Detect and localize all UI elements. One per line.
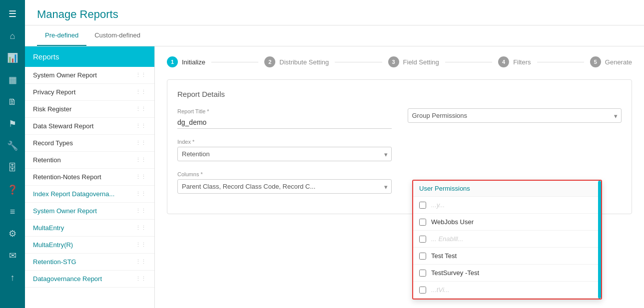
step-circle-4: 4 — [498, 56, 509, 67]
flag-icon[interactable]: ⚑ — [2, 114, 22, 134]
step-label-5: Generate — [605, 58, 632, 66]
drag-handle-icon: ⋮⋮ — [135, 276, 146, 282]
step-circle-2: 2 — [264, 56, 275, 67]
tab-predefined[interactable]: Pre-defined — [37, 25, 86, 46]
step-label-4: Filters — [513, 58, 531, 66]
right-panel: 1 Initialize 2 Distribute Setting 3 Fiel… — [155, 46, 644, 308]
left-panel: Reports System Owner Report ⋮⋮ Privacy R… — [25, 46, 155, 308]
index-label: Index * — [177, 139, 392, 145]
dropdown-item-checkbox[interactable] — [419, 270, 426, 277]
tools-icon[interactable]: 🔧 — [2, 136, 22, 156]
dropdown-item[interactable]: TestSurvey -Test — [413, 265, 601, 282]
group-permissions-select-wrap: Group Permissions ▾ — [408, 108, 622, 123]
index-select[interactable]: Retention — [177, 147, 392, 161]
columns-select-wrap: Parent Class, Record Class Code, Record … — [177, 179, 392, 194]
user-permissions-header: User Permissions — [413, 181, 601, 197]
drag-handle-icon: ⋮⋮ — [135, 208, 146, 214]
drag-handle-icon: ⋮⋮ — [135, 89, 146, 95]
step-circle-1: 1 — [167, 56, 178, 67]
mail-icon[interactable]: ✉ — [2, 246, 22, 266]
database-icon[interactable]: 🗄 — [2, 158, 22, 178]
list-item[interactable]: Risk Register ⋮⋮ — [25, 101, 154, 118]
drag-handle-icon: ⋮⋮ — [135, 72, 146, 78]
document-icon[interactable]: 🗎 — [2, 92, 22, 112]
settings-icon[interactable]: ⚙ — [2, 224, 22, 244]
wizard-step-1: 1 Initialize — [167, 56, 205, 67]
drag-handle-icon: ⋮⋮ — [135, 191, 146, 197]
report-title-input[interactable] — [177, 116, 392, 129]
dropdown-item-checkbox[interactable] — [419, 253, 426, 260]
drag-handle-icon: ⋮⋮ — [135, 225, 146, 231]
group-permissions-group: Group Permissions ▾ — [408, 108, 622, 123]
wizard-line-4 — [537, 62, 584, 62]
dropdown-item[interactable]: WebJobs User — [413, 214, 601, 231]
main-area: Manage Reports Pre-defined Custom-define… — [25, 0, 644, 308]
drag-handle-icon: ⋮⋮ — [135, 174, 146, 180]
content-area: Reports System Owner Report ⋮⋮ Privacy R… — [25, 46, 644, 308]
list-item[interactable]: Datagovernance Report ⋮⋮ — [25, 271, 154, 288]
user-permissions-dropdown: User Permissions ...y... WebJobs User ..… — [412, 180, 602, 300]
dropdown-item-checkbox[interactable] — [419, 236, 426, 243]
wizard-step-4: 4 Filters — [498, 56, 531, 67]
dropdown-item[interactable]: ... Enablll... — [413, 231, 601, 248]
home-icon[interactable]: ⌂ — [2, 26, 22, 46]
scrollbar[interactable] — [598, 181, 601, 299]
report-title-label: Report Title * — [177, 108, 392, 114]
step-label-1: Initialize — [182, 58, 205, 66]
wizard-steps: 1 Initialize 2 Distribute Setting 3 Fiel… — [167, 56, 632, 67]
drag-handle-icon: ⋮⋮ — [135, 140, 146, 146]
drag-handle-icon: ⋮⋮ — [135, 259, 146, 265]
wizard-step-2: 2 Distribute Setting — [264, 56, 329, 67]
dropdown-item-checkbox[interactable] — [419, 287, 426, 294]
dropdown-item[interactable]: Test Test — [413, 248, 601, 265]
drag-handle-icon: ⋮⋮ — [135, 157, 146, 163]
list-item[interactable]: Retention-STG ⋮⋮ — [25, 254, 154, 271]
columns-label: Columns * — [177, 171, 392, 177]
list-item[interactable]: Data Steward Report ⋮⋮ — [25, 118, 154, 135]
wizard-line-3 — [445, 62, 492, 62]
list-item[interactable]: Privacy Report ⋮⋮ — [25, 84, 154, 101]
report-details-card: Report Details Report Title * Group Perm… — [167, 79, 632, 214]
drag-handle-icon: ⋮⋮ — [135, 242, 146, 248]
wizard-step-5: 5 Generate — [590, 56, 632, 67]
list-item[interactable]: Retention-Notes Report ⋮⋮ — [25, 169, 154, 186]
drag-handle-icon: ⋮⋮ — [135, 123, 146, 129]
list-icon[interactable]: ≡ — [2, 202, 22, 222]
help-icon[interactable]: ❓ — [2, 180, 22, 200]
chart-icon[interactable]: 📊 — [2, 48, 22, 68]
wizard-line-2 — [335, 62, 382, 62]
list-item[interactable]: Retention ⋮⋮ — [25, 152, 154, 169]
page-title: Manage Reports — [37, 8, 632, 21]
drag-handle-icon: ⋮⋮ — [135, 106, 146, 112]
dropdown-item-checkbox[interactable] — [419, 219, 426, 226]
reports-header: Reports — [25, 46, 154, 67]
upload-icon[interactable]: ↑ — [2, 268, 22, 288]
columns-group: Columns * Parent Class, Record Class Cod… — [177, 171, 392, 194]
step-circle-5: 5 — [590, 56, 601, 67]
list-item[interactable]: System Owner Report ⋮⋮ — [25, 67, 154, 84]
form-row-2: Index * Retention ▾ — [177, 139, 622, 161]
dropdown-item[interactable]: ...y... — [413, 197, 601, 214]
tab-custom-defined[interactable]: Custom-defined — [86, 25, 148, 46]
dropdown-item-checkbox[interactable] — [419, 202, 426, 209]
page-header: Manage Reports — [25, 0, 644, 25]
sidebar: ☰ ⌂ 📊 ▦ 🗎 ⚑ 🔧 🗄 ❓ ≡ ⚙ ✉ ↑ — [0, 0, 25, 308]
menu-icon[interactable]: ☰ — [2, 4, 22, 24]
index-group: Index * Retention ▾ — [177, 139, 392, 161]
index-select-wrap: Retention ▾ — [177, 147, 392, 161]
step-label-3: Field Setting — [403, 58, 439, 66]
list-item[interactable]: Record Types ⋮⋮ — [25, 135, 154, 152]
wizard-line-1 — [211, 62, 258, 62]
tab-bar: Pre-defined Custom-defined — [25, 25, 644, 46]
list-item[interactable]: MultaEntry ⋮⋮ — [25, 220, 154, 237]
group-permissions-select[interactable]: Group Permissions — [408, 108, 622, 123]
columns-select[interactable]: Parent Class, Record Class Code, Record … — [177, 179, 392, 194]
grid-icon[interactable]: ▦ — [2, 70, 22, 90]
list-item[interactable]: Index Report Datagoverna... ⋮⋮ — [25, 186, 154, 203]
list-item[interactable]: MultaEntry(R) ⋮⋮ — [25, 237, 154, 254]
report-card-title: Report Details — [177, 90, 622, 98]
dropdown-item[interactable]: ...tVi... — [413, 282, 601, 299]
list-item[interactable]: System Owner Report ⋮⋮ — [25, 203, 154, 220]
wizard-step-3: 3 Field Setting — [388, 56, 439, 67]
form-row-1: Report Title * Group Permissions ▾ — [177, 108, 622, 129]
